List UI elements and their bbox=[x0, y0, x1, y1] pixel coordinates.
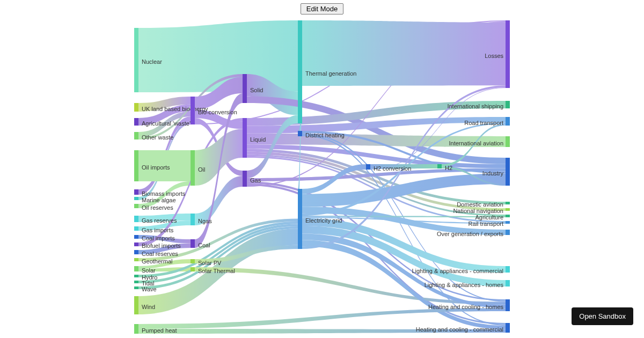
sankey-node-label: International aviation bbox=[449, 140, 503, 146]
sankey-node[interactable] bbox=[298, 189, 302, 249]
edit-mode-button[interactable]: Edit Mode bbox=[301, 3, 344, 14]
sankey-node[interactable] bbox=[506, 215, 510, 217]
sankey-node[interactable] bbox=[506, 230, 510, 235]
sankey-node[interactable] bbox=[134, 226, 138, 231]
sankey-node-label: Coal reserves bbox=[142, 251, 178, 257]
sankey-link[interactable] bbox=[195, 129, 243, 186]
sankey-node-label: Thermal generation bbox=[305, 70, 356, 77]
sankey-node[interactable] bbox=[191, 150, 195, 186]
sankey-node-label: Road transport bbox=[464, 120, 503, 126]
sankey-node-label: Lighting & appliances - homes bbox=[425, 282, 504, 288]
sankey-node-label: Losses bbox=[485, 53, 503, 59]
sankey-node-label: National navigation bbox=[453, 208, 503, 214]
sankey-node[interactable] bbox=[506, 202, 510, 204]
sankey-node-label: Bio-conversion bbox=[198, 109, 237, 115]
sankey-node[interactable] bbox=[243, 171, 247, 187]
toolbar: Edit Mode bbox=[0, 0, 644, 14]
sankey-node-label: District heating bbox=[305, 132, 345, 138]
sankey-node[interactable] bbox=[134, 28, 138, 92]
sankey-node-label: Wave bbox=[142, 286, 157, 292]
sankey-node-label: Over generation / exports bbox=[437, 231, 504, 237]
sankey-node-label: Rail transport bbox=[469, 221, 503, 227]
sankey-node[interactable] bbox=[506, 117, 510, 126]
sankey-node-label: Lighting & appliances - commercial bbox=[412, 268, 503, 274]
sankey-node[interactable] bbox=[191, 267, 195, 271]
sankey-node-label: Oil imports bbox=[142, 164, 170, 171]
sankey-node-label: Oil bbox=[198, 166, 205, 173]
open-sandbox-button[interactable]: Open Sandbox bbox=[572, 307, 633, 325]
sankey-node[interactable] bbox=[134, 132, 138, 139]
sankey-node-label: Gas bbox=[250, 177, 261, 183]
sankey-node[interactable] bbox=[134, 197, 138, 200]
sankey-node[interactable] bbox=[191, 259, 195, 263]
sankey-node[interactable] bbox=[134, 216, 138, 222]
sankey-node[interactable] bbox=[134, 275, 138, 277]
sankey-node[interactable] bbox=[134, 118, 138, 126]
sankey-node-label: H2 conversion bbox=[374, 165, 411, 172]
sankey-node[interactable] bbox=[506, 323, 510, 333]
sankey-node-label: Heating and cooling - commercial bbox=[416, 326, 503, 333]
sankey-node-label: Wind bbox=[142, 304, 155, 310]
sankey-node-label: Agriculture bbox=[475, 214, 503, 221]
sankey-node[interactable] bbox=[134, 250, 138, 254]
sankey-node-label: Gas imports bbox=[142, 227, 174, 233]
sankey-node-label: Biofuel imports bbox=[142, 243, 181, 249]
sankey-node[interactable] bbox=[298, 131, 302, 136]
sankey-node[interactable] bbox=[134, 189, 138, 195]
sankey-node[interactable] bbox=[506, 20, 510, 88]
sankey-node-label: Industry bbox=[482, 170, 504, 177]
sankey-node[interactable] bbox=[506, 208, 510, 211]
sankey-node[interactable] bbox=[134, 103, 138, 112]
sankey-node-label: Coal bbox=[198, 242, 210, 248]
sankey-node-label: Ngas bbox=[198, 218, 212, 224]
sankey-node[interactable] bbox=[134, 286, 138, 289]
sankey-node[interactable] bbox=[506, 136, 510, 147]
sankey-node[interactable] bbox=[134, 266, 138, 271]
sankey-node[interactable] bbox=[298, 20, 302, 123]
sankey-node-label: Agricultural 'waste' bbox=[142, 120, 191, 127]
sankey-node[interactable] bbox=[134, 281, 138, 283]
sankey-node-label: Biomass imports bbox=[142, 190, 186, 197]
sankey-node-label: H2 bbox=[445, 165, 452, 171]
sankey-node-label: International shipping bbox=[447, 103, 503, 109]
sankey-node[interactable] bbox=[134, 296, 138, 314]
sankey-node-label: Marine algae bbox=[142, 197, 176, 203]
sankey-node[interactable] bbox=[506, 158, 510, 186]
sankey-node[interactable] bbox=[134, 235, 138, 239]
sankey-node[interactable] bbox=[191, 214, 195, 225]
sankey-node-label: Solar PV bbox=[198, 260, 222, 266]
sankey-node-label: Coal imports bbox=[142, 235, 175, 241]
sankey-node[interactable] bbox=[191, 239, 195, 248]
sankey-node[interactable] bbox=[134, 150, 138, 181]
sankey-node-label: Nuclear bbox=[142, 58, 162, 65]
sankey-node-label: Liquid bbox=[250, 136, 266, 143]
sankey-node[interactable] bbox=[191, 97, 195, 124]
sankey-node[interactable] bbox=[506, 266, 510, 273]
sankey-node-label: Domestic aviation bbox=[457, 201, 503, 208]
sankey-node[interactable] bbox=[134, 204, 138, 208]
sankey-node[interactable] bbox=[243, 74, 247, 103]
sankey-node-label: Geothermal bbox=[142, 258, 172, 264]
sankey-node[interactable] bbox=[134, 324, 138, 334]
sankey-node[interactable] bbox=[437, 164, 442, 168]
sankey-node[interactable] bbox=[134, 258, 138, 261]
sankey-node[interactable] bbox=[243, 118, 247, 158]
sankey-node-label: Solar bbox=[142, 267, 156, 274]
sankey-node-label: Solid bbox=[250, 87, 263, 93]
sankey-node[interactable] bbox=[506, 299, 510, 311]
sankey-node[interactable] bbox=[506, 280, 510, 286]
sankey-node-label: Oil reserves bbox=[142, 204, 173, 211]
sankey-node[interactable] bbox=[506, 101, 510, 108]
sankey-node-label: Gas reserves bbox=[142, 217, 177, 224]
sankey-node-label: Electricity grid bbox=[305, 217, 342, 224]
sankey-node-label: Solar Thermal bbox=[198, 268, 235, 274]
sankey-node-label: Heating and cooling - homes bbox=[428, 304, 504, 310]
sankey-node-label: Pumped heat bbox=[142, 327, 177, 334]
sankey-node[interactable] bbox=[506, 221, 510, 224]
sankey-node[interactable] bbox=[134, 243, 138, 246]
sankey-chart: NuclearUK land based bioenergyAgricultur… bbox=[134, 15, 510, 337]
sankey-node[interactable] bbox=[366, 164, 370, 170]
sankey-node-label: Other waste bbox=[142, 134, 173, 141]
